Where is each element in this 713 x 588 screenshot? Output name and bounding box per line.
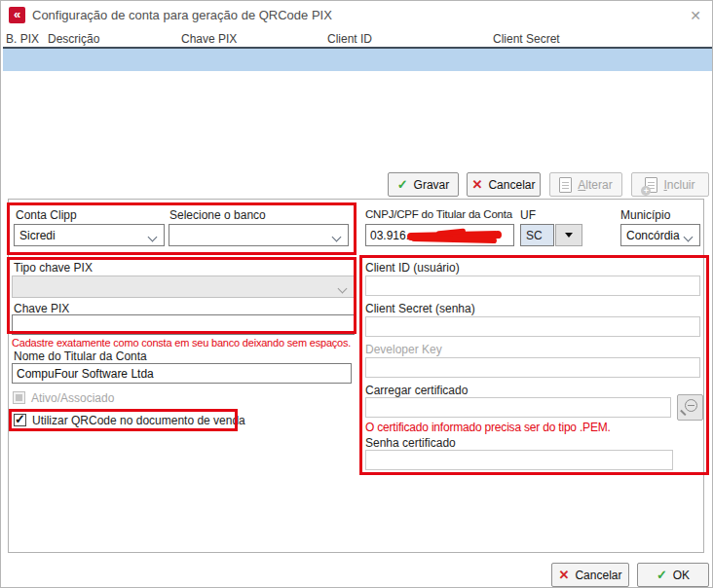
footer-ok-label: OK bbox=[673, 569, 690, 582]
uf-label: UF bbox=[520, 208, 536, 222]
document-add-icon bbox=[645, 177, 657, 193]
conta-clipp-select[interactable]: Sicredi bbox=[14, 224, 165, 246]
window-titlebar: « Configuração de conta para geração de … bbox=[1, 1, 713, 29]
window-title: Configuração de conta para geração de QR… bbox=[32, 8, 332, 22]
certificado-browse-button[interactable] bbox=[677, 394, 703, 421]
conta-clipp-value: Sicredi bbox=[19, 229, 56, 242]
tipo-chave-label: Tipo chave PIX bbox=[14, 261, 93, 275]
add-button-label: Incluir bbox=[663, 178, 694, 192]
save-button[interactable]: ✓ Gravar bbox=[388, 172, 459, 197]
edit-button[interactable]: Alterar bbox=[549, 172, 622, 197]
footer-cancel-label: Cancelar bbox=[575, 569, 621, 582]
tipo-chave-select[interactable] bbox=[12, 276, 355, 298]
certificado-hint: O certificado informado precisa ser do t… bbox=[365, 421, 611, 434]
uf-dropdown-button[interactable] bbox=[555, 224, 582, 246]
cancel-button[interactable]: ✕ Cancelar bbox=[467, 172, 541, 197]
chevron-down-icon bbox=[332, 233, 342, 242]
client-secret-label: Client Secret (senha) bbox=[365, 302, 475, 315]
chave-pix-label: Chave PIX bbox=[14, 302, 69, 315]
banco-label: Selecione o banco bbox=[169, 208, 266, 222]
ativo-checkbox[interactable] bbox=[13, 391, 25, 404]
senha-certificado-input[interactable] bbox=[365, 450, 673, 470]
client-id-label: Client ID (usuário) bbox=[365, 261, 460, 275]
document-icon bbox=[559, 177, 572, 193]
chevron-down-icon bbox=[148, 233, 158, 242]
cross-icon: ✕ bbox=[472, 178, 483, 191]
banco-select[interactable] bbox=[169, 224, 349, 246]
grid-header-cell-bpix: B. PIX bbox=[6, 32, 39, 46]
dropdown-arrow-icon bbox=[565, 233, 573, 238]
check-icon: ✓ bbox=[397, 178, 408, 191]
municipio-value: Concórdia bbox=[626, 229, 680, 242]
conta-clipp-label: Conta Clipp bbox=[16, 208, 77, 222]
close-button[interactable]: ✕ bbox=[683, 4, 708, 27]
magnifier-icon bbox=[685, 399, 697, 412]
pix-config-dialog: « Configuração de conta para geração de … bbox=[0, 0, 713, 588]
cnpj-label: CNPJ/CPF do Titular da Conta bbox=[365, 208, 512, 220]
cnpj-input[interactable] bbox=[365, 224, 514, 246]
certificado-input[interactable] bbox=[365, 397, 671, 418]
grid-header-cell-client-id: Client ID bbox=[327, 32, 372, 46]
qrcode-checkbox-label: Utilizar QRCode no documento de venda bbox=[32, 414, 245, 427]
municipio-label: Município bbox=[620, 208, 670, 222]
cancel-button-label: Cancelar bbox=[488, 178, 535, 192]
cross-icon: ✕ bbox=[559, 569, 570, 581]
client-id-input[interactable] bbox=[365, 276, 700, 296]
certificado-label: Carregar certificado bbox=[365, 384, 468, 397]
app-logo-icon: « bbox=[9, 7, 25, 23]
uf-select-value[interactable]: SC bbox=[520, 224, 554, 246]
close-icon: ✕ bbox=[690, 8, 701, 23]
grid-header-cell-client-secret: Client Secret bbox=[493, 32, 560, 46]
footer-ok-button[interactable]: ✓ OK bbox=[637, 563, 709, 587]
chave-pix-input[interactable] bbox=[12, 314, 355, 335]
chevron-down-icon bbox=[684, 233, 694, 242]
chave-pix-hint: Cadastre exatamente como consta em seu b… bbox=[12, 337, 351, 349]
ativo-checkbox-label: Ativo/Associado bbox=[31, 391, 114, 405]
nome-titular-input[interactable] bbox=[12, 363, 352, 384]
add-button[interactable]: Incluir bbox=[631, 172, 709, 197]
senha-certificado-label: Senha certificado bbox=[365, 436, 456, 450]
grid-header-cell-descricao: Descrição bbox=[48, 32, 99, 46]
nome-titular-label: Nome do Titular da Conta bbox=[14, 349, 147, 363]
save-button-label: Gravar bbox=[414, 178, 450, 192]
checkmark-icon: ✓ bbox=[15, 412, 25, 426]
qrcode-checkbox[interactable]: ✓ bbox=[14, 414, 26, 426]
developer-key-label: Developer Key bbox=[365, 343, 442, 356]
chevron-down-icon bbox=[338, 284, 348, 294]
footer-cancel-button[interactable]: ✕ Cancelar bbox=[551, 563, 629, 587]
check-icon: ✓ bbox=[657, 569, 667, 581]
client-secret-input[interactable] bbox=[365, 316, 700, 337]
grid-selected-row[interactable] bbox=[3, 49, 712, 71]
grid-header-cell-chave-pix: Chave PIX bbox=[181, 32, 237, 46]
municipio-select[interactable]: Concórdia bbox=[620, 224, 700, 246]
developer-key-input[interactable] bbox=[365, 357, 700, 378]
edit-button-label: Alterar bbox=[578, 178, 612, 192]
